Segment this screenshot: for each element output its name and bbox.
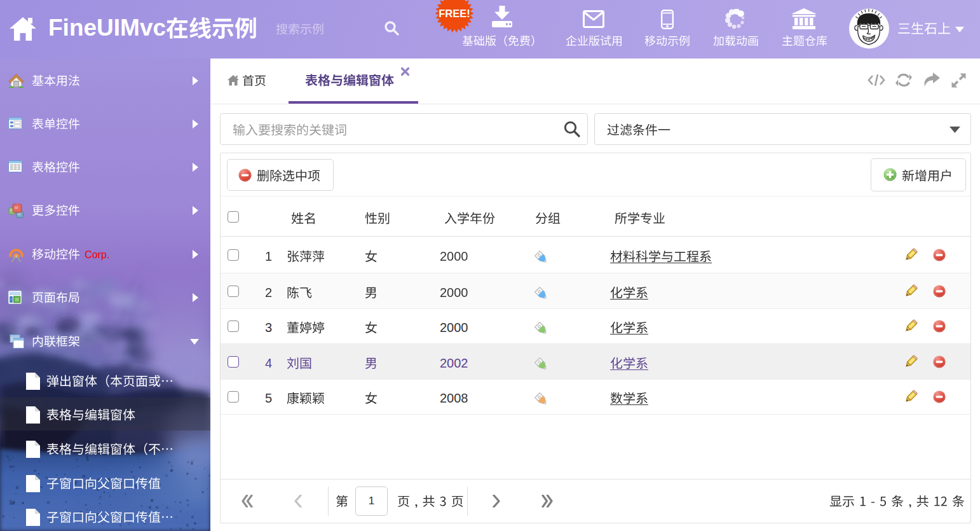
svg-text:FREE!: FREE! (439, 8, 470, 19)
